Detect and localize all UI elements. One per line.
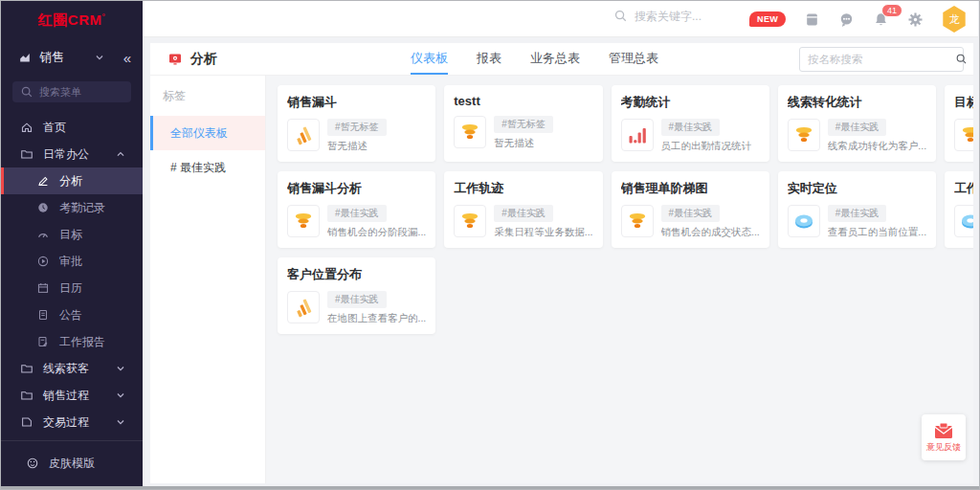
sidebar-item-analysis[interactable]: 分析 [1,167,143,194]
dashboard-search[interactable] [799,47,964,72]
bars-3d-orange-icon [291,122,316,147]
card-description: 销售机会的成交状态... [661,226,760,239]
approval-icon [36,255,50,268]
feedback-button[interactable]: 意见反馈 [922,414,966,460]
main-panel: 分析 仪表板报表业务总表管理总表 标签 全部仪表板# 最佳实践 销售漏斗#暂无标… [150,43,973,483]
sidebar-item-calendar[interactable]: 日历 [1,275,143,301]
card-body: #最佳实践线索成功转化为客户... [788,119,926,153]
dashboard-card[interactable]: 线索转化统计#最佳实践线索成功转化为客户... [778,85,936,162]
sidebar-item-leads[interactable]: 线索获客 [1,355,143,382]
tab-business-summary[interactable]: 业务总表 [530,43,580,75]
sidebar-search-input[interactable] [39,86,125,98]
settings-button[interactable] [907,11,924,28]
app-logo: 红圈CRM° [1,1,143,30]
notifications-button[interactable]: 41 [873,11,889,28]
sidebar: 红圈CRM° 销售 « 首页日常办公分析考勤记录目标审批日历公告工作报告线索获客… [1,1,143,488]
cards-grid: 销售漏斗#暂无标签暂无描述testt#暂无标签暂无描述考勤统计#最佳实践员工的出… [278,85,962,334]
card-thumbnail [454,205,486,237]
card-body: #最佳实践员工的出勤情况统计 [621,119,760,153]
window-bottom-edge [1,486,979,489]
report-icon [36,335,50,348]
card-title: 销售漏斗分析 [287,180,426,197]
sidebar-item-announcement[interactable]: 公告 [1,301,143,328]
tag-filter-best-practice[interactable]: # 最佳实践 [150,150,265,185]
bars-3d-orange-icon [291,295,316,320]
dashboard-card[interactable]: 工作轨迹#最佳实践采集日程等业务数据... [444,171,602,248]
workspace-selector[interactable]: 销售 « [1,45,143,70]
sidebar-item-work-report[interactable]: 工作报告 [1,328,143,355]
sidebar-item-label: 考勤记录 [59,200,105,216]
card-thumbnail [287,205,320,237]
card-description: 暂无描述 [494,137,553,150]
card-title: 线索转化统计 [788,94,926,111]
dashboard-card[interactable]: 目标完成统计#最佳实践员工、部门或其他业... [945,85,973,162]
global-search[interactable] [613,9,759,23]
sidebar-item-deal-process[interactable]: 交易过程 [1,409,143,435]
funnel-3d-orange-icon [958,122,973,147]
dashboard-search-input[interactable] [808,54,955,65]
content-header: 分析 仪表板报表业务总表管理总表 [150,43,973,76]
collapse-sidebar-button[interactable]: « [123,50,131,66]
avatar[interactable]: 龙 [942,6,967,33]
notebook-button[interactable] [804,11,820,28]
dashboard-card[interactable]: 考勤统计#最佳实践员工的出勤情况统计 [612,85,769,162]
card-thumbnail [788,119,820,151]
bar-chart-red-icon [625,122,650,147]
chevron-down-icon [93,51,106,64]
sidebar-footer: 皮肤模版 [1,440,143,482]
card-tag-badge: #最佳实践 [494,205,553,222]
sidebar-search[interactable] [12,81,131,102]
sidebar-item-skin-template[interactable]: 皮肤模版 [1,454,143,473]
attendance-icon [36,201,50,214]
card-description: 采集日程等业务数据... [494,226,592,239]
dashboard-card[interactable]: 实时定位#最佳实践查看员工的当前位置... [778,171,936,248]
announcement-icon [36,308,50,322]
home-icon [20,121,33,134]
dashboard-card[interactable]: 销售理单阶梯图#最佳实践销售机会的成交状态... [612,171,769,248]
card-title: 实时定位 [788,180,926,197]
card-thumbnail [954,205,973,237]
dashboard-card[interactable]: 客户位置分布#最佳实践在地图上查看客户的... [278,257,435,334]
workspace-chart-icon [18,51,32,64]
notification-count-badge: 41 [881,4,902,17]
sidebar-item-sales-process[interactable]: 销售过程 [1,382,143,409]
card-body: #暂无标签暂无描述 [454,116,592,150]
sidebar-item-attendance[interactable]: 考勤记录 [1,194,143,221]
tag-list: 全部仪表板# 最佳实践 [150,116,265,185]
sidebar-item-daily-office[interactable]: 日常办公 [1,141,143,167]
tab-reports[interactable]: 报表 [477,43,501,75]
folder-icon [20,147,33,161]
dashboard-card[interactable]: 销售漏斗分析#最佳实践销售机会的分阶段漏... [278,171,435,248]
funnel-3d-orange-icon [457,209,482,234]
card-body: #最佳实践员工的日报、周报和... [954,205,973,239]
page-title-wrap: 分析 [150,51,411,68]
folder-icon [20,389,33,402]
tag-filter-all-dashboards[interactable]: 全部仪表板 [150,116,265,150]
chevron-down-icon [114,389,127,402]
dashboard-card[interactable]: 工作报告统计#最佳实践员工的日报、周报和... [945,171,973,248]
messages-button[interactable] [838,11,855,28]
card-title: 工作报告统计 [954,180,973,197]
tab-dashboard[interactable]: 仪表板 [411,43,448,75]
card-thumbnail [621,119,654,151]
dashboard-card[interactable]: testt#暂无标签暂无描述 [444,85,602,162]
sidebar-item-target[interactable]: 目标 [1,221,143,248]
tab-management-summary[interactable]: 管理总表 [609,43,658,75]
card-title: 客户位置分布 [287,266,426,283]
card-tag-badge: #暂无标签 [327,119,387,136]
sidebar-item-label: 交易过程 [43,414,89,431]
sidebar-item-label: 销售过程 [43,388,89,404]
sidebar-item-approval[interactable]: 审批 [1,248,143,275]
sidebar-item-home[interactable]: 首页 [1,114,143,141]
sidebar-item-label: 目标 [59,227,82,243]
chevron-down-icon [114,362,127,375]
chevron-up-icon [114,147,127,161]
skin-icon [26,457,39,470]
global-search-input[interactable] [635,10,759,23]
card-tag-badge: #最佳实践 [327,205,387,222]
dashboard-card[interactable]: 销售漏斗#暂无标签暂无描述 [278,85,435,162]
card-thumbnail [454,116,486,148]
card-thumbnail [621,205,654,237]
new-badge[interactable]: NEW [749,11,786,27]
card-tag-badge: #最佳实践 [661,205,721,222]
